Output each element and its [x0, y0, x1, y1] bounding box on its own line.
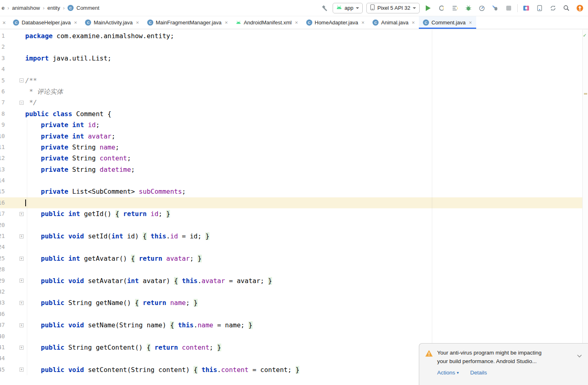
editor-scrollbar[interactable]: ✓: [582, 30, 588, 385]
code-line-12[interactable]: 12 private String content;: [0, 153, 582, 164]
code-line-17[interactable]: 17+ public int getId() { return id; }: [0, 208, 582, 219]
code-token: public: [41, 344, 65, 351]
layout-inspector-icon[interactable]: [521, 3, 531, 13]
gutter: [5, 331, 25, 342]
tab-DatabaseHelper.java[interactable]: CDatabaseHelper.java×: [9, 16, 81, 29]
code-token: int: [68, 255, 80, 262]
code-line-13[interactable]: 13 private String datetime;: [0, 164, 582, 175]
apply-changes-icon[interactable]: [437, 3, 446, 13]
code-token: return: [139, 255, 162, 262]
code-line-37[interactable]: 37+ public void setName(String name) { t…: [0, 320, 582, 331]
run-button[interactable]: [423, 3, 433, 13]
ide-window: e›animalshow›entity›CComment app Pixel 5…: [0, 0, 588, 385]
code-line-36[interactable]: 36: [0, 309, 582, 320]
notification-text: Your anti-virus program might be impacti…: [437, 349, 542, 366]
code-token: String getName(): [64, 299, 135, 307]
code-editor[interactable]: 1package com.examine.animalshow.entity;2…: [0, 30, 588, 385]
collapse-fold-icon[interactable]: −: [20, 78, 24, 82]
gutter: [5, 30, 25, 41]
code-line-10[interactable]: 10 private int avatar;: [0, 131, 582, 142]
actions-menu-link[interactable]: Actions▾: [437, 370, 459, 376]
code-line-40[interactable]: 40: [0, 331, 582, 342]
code-line-15[interactable]: 15 private List<SubComment> subComments;: [0, 186, 582, 197]
close-icon[interactable]: ×: [412, 19, 415, 26]
code-line-33[interactable]: 33+ public String getName() { return nam…: [0, 297, 582, 308]
close-icon[interactable]: ×: [225, 19, 228, 26]
close-icon[interactable]: ×: [295, 19, 298, 26]
code-line-2[interactable]: 2: [0, 41, 582, 52]
tab-HomeAdapter.java[interactable]: CHomeAdapter.java×: [302, 16, 369, 29]
expand-fold-icon[interactable]: +: [20, 257, 24, 261]
code-line-11[interactable]: 11 private String name;: [0, 142, 582, 153]
close-icon[interactable]: ×: [74, 19, 77, 26]
code-line-5[interactable]: 5−/**: [0, 75, 582, 86]
build-hammer-icon[interactable]: [319, 3, 329, 13]
code-token: [25, 255, 41, 262]
code-token: return: [143, 299, 166, 307]
expand-fold-icon[interactable]: +: [20, 234, 24, 238]
tab-AndroidManifest.xml[interactable]: AndroidManifest.xml×: [232, 16, 302, 29]
code-line-24[interactable]: 24: [0, 242, 582, 253]
search-everywhere-icon[interactable]: [562, 3, 571, 13]
run-config-select[interactable]: app: [333, 3, 363, 13]
breadcrumb-item-animalshow[interactable]: animalshow: [12, 5, 40, 11]
code-line-29[interactable]: 29+ public void setAvatar(int avatar) { …: [0, 275, 582, 286]
sync-gradle-icon[interactable]: [548, 3, 558, 13]
breadcrumb-item-Comment[interactable]: Comment: [76, 5, 99, 11]
device-manager-icon[interactable]: [535, 3, 544, 13]
code-line-9[interactable]: 9 private int id;: [0, 119, 582, 130]
expand-fold-icon[interactable]: +: [20, 301, 24, 305]
code-token: [25, 344, 41, 351]
code-line-28[interactable]: 28: [0, 264, 582, 275]
class-icon: C: [13, 19, 19, 26]
code-token: = avatar;: [225, 277, 268, 285]
code-line-3[interactable]: 3import java.util.List;: [0, 53, 582, 64]
collapse-fold-icon[interactable]: −: [20, 101, 24, 105]
device-select[interactable]: Pixel 5 API 32: [366, 3, 420, 13]
code-text: private List<SubComment> subComments;: [25, 186, 582, 197]
details-link[interactable]: Details: [470, 370, 487, 376]
close-icon[interactable]: ×: [136, 19, 139, 26]
tab-MainActivity.java[interactable]: CMainActivity.java×: [81, 16, 143, 29]
chevron-down-icon[interactable]: [577, 353, 582, 359]
tab-label: Comment.java: [431, 19, 466, 26]
expand-fold-icon[interactable]: +: [20, 346, 24, 350]
code-text: [25, 242, 582, 253]
notification-balloon[interactable]: Your anti-virus program might be impacti…: [419, 343, 588, 385]
code-line-14[interactable]: 14: [0, 175, 582, 186]
code-line-4[interactable]: 4: [0, 64, 582, 75]
expand-fold-icon[interactable]: +: [20, 323, 24, 327]
code-line-20[interactable]: 20: [0, 220, 582, 231]
tab-Animal.java[interactable]: CAnimal.java×: [368, 16, 419, 29]
gutter: [5, 86, 25, 97]
code-line-7[interactable]: 7− */: [0, 97, 582, 108]
expand-fold-icon[interactable]: +: [20, 368, 24, 372]
breadcrumb-item-e[interactable]: e: [2, 5, 4, 11]
close-icon[interactable]: ×: [362, 19, 365, 26]
stop-button[interactable]: [504, 3, 514, 13]
code-line-16[interactable]: 16: [0, 197, 582, 208]
gutter: [5, 286, 25, 297]
ide-updates-icon[interactable]: [575, 3, 585, 13]
code-line-21[interactable]: 21+ public void setId(int id) { this.id …: [0, 231, 582, 242]
close-icon[interactable]: ×: [469, 19, 472, 26]
close-icon[interactable]: ×: [0, 19, 9, 26]
code-line-25[interactable]: 25+ public int getAvatar() { return avat…: [0, 253, 582, 264]
top-toolbar: e›animalshow›entity›CComment app Pixel 5…: [0, 0, 588, 16]
expand-fold-icon[interactable]: +: [20, 279, 24, 283]
breadcrumb-item-entity[interactable]: entity: [48, 5, 60, 11]
code-line-32[interactable]: 32: [0, 286, 582, 297]
code-token: void: [68, 277, 84, 285]
apply-code-changes-icon[interactable]: [450, 3, 460, 13]
profiler-icon[interactable]: [477, 3, 487, 13]
attach-debugger-icon[interactable]: [490, 3, 500, 13]
code-line-6[interactable]: 6 * 评论实体: [0, 86, 582, 97]
code-line-8[interactable]: 8public class Comment {: [0, 108, 582, 119]
code-token: public: [41, 277, 65, 285]
tab-MainFragmentManager.java[interactable]: CMainFragmentManager.java×: [143, 16, 232, 29]
tab-Comment.java[interactable]: CComment.java×: [419, 16, 476, 29]
debug-button[interactable]: [464, 3, 473, 13]
expand-fold-icon[interactable]: +: [20, 212, 24, 216]
code-line-1[interactable]: 1package com.examine.animalshow.entity;: [0, 30, 582, 41]
code-token: [25, 154, 41, 162]
